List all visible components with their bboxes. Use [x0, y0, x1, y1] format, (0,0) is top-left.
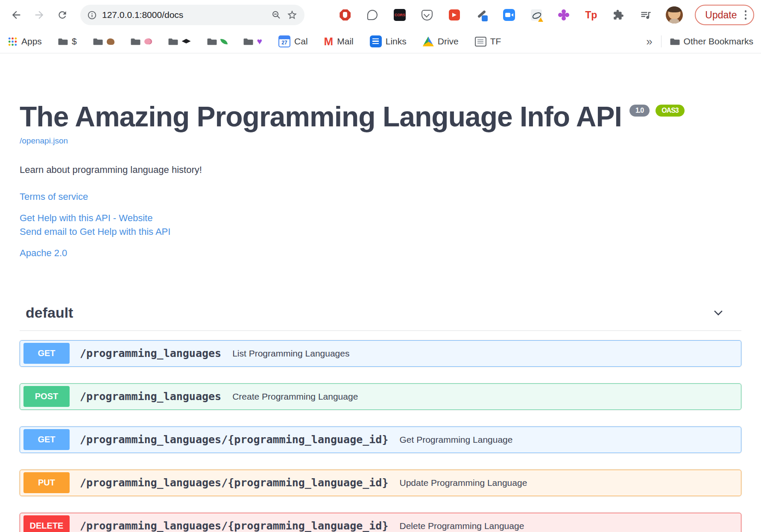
endpoint-summary: Get Programming Language: [399, 435, 512, 445]
links-icon: [370, 35, 382, 47]
chevron-down-icon[interactable]: [713, 307, 723, 318]
bookmark-calendar[interactable]: 27 Cal: [278, 35, 308, 47]
spreadsheet-icon: [475, 37, 486, 47]
zoom-extension-icon[interactable]: [503, 9, 515, 21]
color-picker-extension-icon[interactable]: [475, 9, 488, 21]
tf-label: TF: [490, 36, 501, 47]
horse-emoji-icon: [107, 38, 114, 45]
website-help-link[interactable]: Get Help with this API - Website: [20, 211, 152, 225]
endpoint-path: /programming_languages/{programming_lang…: [80, 433, 388, 446]
drive-icon: [423, 37, 434, 47]
folder-icon: [168, 38, 178, 46]
brain-emoji-icon: [144, 38, 152, 44]
calendar-icon: 27: [278, 35, 290, 47]
pocket-extension-icon[interactable]: [421, 9, 433, 21]
other-bookmarks-label: Other Bookmarks: [684, 36, 753, 47]
endpoint-path: /programming_languages/{programming_lang…: [80, 476, 388, 489]
apps-label: Apps: [21, 36, 42, 47]
address-bar[interactable]: 127.0.0.1:8000/docs: [80, 5, 304, 25]
site-info-icon[interactable]: [87, 10, 97, 20]
bookmarks-bar: Apps $ 27 Cal Mail Links Drive: [0, 30, 761, 53]
url-text: 127.0.0.1:8000/docs: [102, 10, 266, 20]
mail-label: Mail: [337, 36, 354, 47]
email-help-link[interactable]: Send email to Get Help with this API: [20, 225, 170, 239]
gmail-icon: [324, 36, 334, 47]
apps-shortcut[interactable]: Apps: [8, 36, 42, 47]
bookmark-folder-dollar[interactable]: $: [58, 36, 77, 47]
forward-arrow-extension-icon[interactable]: [448, 9, 461, 21]
folder-icon: [93, 38, 103, 46]
folder-icon: [207, 38, 217, 46]
tp-badge-text: Tp: [585, 9, 597, 21]
bookmark-drive[interactable]: Drive: [423, 36, 459, 47]
bookmarks-overflow-chevron[interactable]: »: [646, 35, 652, 48]
flower-extension-icon[interactable]: [557, 9, 570, 21]
dollar-label: $: [72, 36, 77, 47]
endpoint-summary: Delete Programming Language: [399, 521, 524, 531]
reload-icon: [57, 9, 68, 20]
bookmark-star-icon[interactable]: [287, 9, 298, 20]
method-badge: DELETE: [23, 515, 70, 532]
extensions-strip: CORS Tp: [339, 9, 652, 21]
puzzle-extensions-icon[interactable]: [612, 9, 625, 21]
forward-button[interactable]: [30, 6, 49, 24]
endpoint-list: GET /programming_languages List Programm…: [20, 340, 741, 532]
bookmark-links[interactable]: Links: [370, 35, 407, 47]
other-bookmarks[interactable]: Other Bookmarks: [670, 36, 753, 47]
tp-extension-icon[interactable]: Tp: [585, 9, 597, 21]
calendar-day: 27: [281, 39, 287, 47]
endpoint-row-delete[interactable]: DELETE /programming_languages/{programmi…: [20, 513, 741, 532]
folder-icon: [243, 38, 253, 46]
bookmark-folder-brain[interactable]: [131, 38, 152, 46]
cal-label: Cal: [294, 36, 308, 47]
reload-button[interactable]: [53, 6, 72, 24]
drive-label: Drive: [438, 36, 459, 47]
bookmark-folder-heart[interactable]: [243, 36, 262, 47]
atom-warning-extension-icon[interactable]: [530, 9, 543, 21]
media-queue-icon[interactable]: [639, 9, 652, 21]
api-info-section: The Amazing Programming Language Info AP…: [20, 100, 741, 260]
endpoint-summary: Create Programming Language: [232, 392, 358, 402]
page-title: The Amazing Programming Language Info AP…: [20, 100, 622, 133]
endpoint-path: /programming_languages: [80, 347, 221, 360]
bookmark-gmail[interactable]: Mail: [324, 36, 354, 47]
bookmark-folder-graduation[interactable]: [168, 38, 191, 46]
back-arrow-icon: [10, 9, 22, 21]
browser-toolbar: 127.0.0.1:8000/docs CORS Tp Update: [0, 0, 761, 30]
method-badge: PUT: [23, 472, 70, 493]
bookmark-folder-plant[interactable]: [207, 38, 227, 46]
browser-menu-kebab-icon[interactable]: [743, 9, 749, 21]
profile-avatar[interactable]: [666, 6, 683, 23]
folder-icon: [670, 38, 680, 46]
update-button[interactable]: Update: [695, 5, 754, 25]
endpoint-summary: Update Programming Language: [399, 478, 527, 488]
purple-heart-emoji-icon: [257, 36, 262, 47]
terms-of-service-link[interactable]: Terms of service: [20, 190, 88, 204]
endpoint-path: /programming_languages: [80, 390, 221, 403]
tag-section-default[interactable]: default: [20, 304, 741, 331]
version-badge: 1.0: [629, 105, 650, 117]
stop-hand-extension-icon[interactable]: [339, 9, 351, 21]
endpoint-row-post-create[interactable]: POST /programming_languages Create Progr…: [20, 383, 741, 410]
swagger-page: The Amazing Programming Language Info AP…: [0, 100, 761, 532]
graduation-cap-emoji-icon: [182, 39, 191, 44]
links-label: Links: [386, 36, 407, 47]
chat-bubble-extension-icon[interactable]: [366, 9, 379, 21]
cors-extension-icon[interactable]: CORS: [393, 9, 406, 21]
zoom-out-icon[interactable]: [271, 10, 281, 20]
oas3-badge: OAS3: [656, 105, 685, 117]
endpoint-summary: List Programming Languages: [232, 348, 349, 359]
folder-icon: [58, 38, 68, 46]
endpoint-row-get-list[interactable]: GET /programming_languages List Programm…: [20, 340, 741, 367]
bookmarks-right-group: » Other Bookmarks: [646, 35, 753, 48]
apps-grid-icon: [8, 37, 18, 47]
license-link[interactable]: Apache 2.0: [20, 246, 67, 260]
method-badge: GET: [23, 429, 70, 450]
bookmark-tf[interactable]: TF: [475, 36, 501, 47]
endpoint-row-put-update[interactable]: PUT /programming_languages/{programming_…: [20, 470, 741, 496]
endpoint-row-get-one[interactable]: GET /programming_languages/{programming_…: [20, 427, 741, 453]
bookmark-folder-horse[interactable]: [93, 38, 114, 46]
api-links: Terms of service Get Help with this API …: [20, 190, 741, 260]
openapi-spec-link[interactable]: /openapi.json: [20, 136, 68, 146]
back-button[interactable]: [7, 6, 26, 24]
